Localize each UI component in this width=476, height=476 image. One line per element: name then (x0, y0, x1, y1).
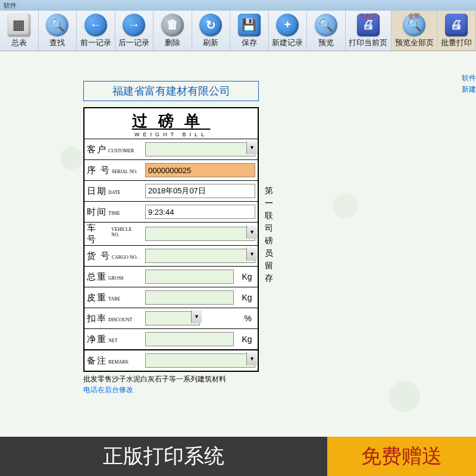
toolbar-total-table[interactable]: ▦ 总表 (0, 11, 39, 51)
bottom-banner: 正版打印系统 免费赠送 (0, 437, 476, 476)
chevron-down-icon[interactable]: ▼ (246, 352, 257, 365)
cargo-select[interactable] (145, 249, 255, 263)
customer-select[interactable] (145, 142, 255, 156)
banner-right: 免费赠送 (327, 437, 476, 476)
toolbar-refresh[interactable]: ↻ 刷新 (192, 11, 231, 51)
row-tare: 皮重TARE Kg (84, 287, 258, 308)
side-link-2[interactable]: 新建 (462, 84, 476, 95)
preview-icon: 🔍 (315, 14, 337, 36)
row-time: 时间TIME (84, 202, 258, 223)
chevron-down-icon[interactable]: ▼ (246, 226, 257, 239)
copy-label: 第一联 司磅员留存 (265, 184, 274, 284)
banner-left: 正版打印系统 (0, 437, 327, 476)
company-title: 福建省富有建材有限公司 (83, 81, 259, 101)
footer-notes: 批发零售沙子水泥白灰石子等一系列建筑材料 电话在后台修改 (83, 374, 259, 395)
trash-icon: 🗑 (161, 14, 184, 36)
chevron-down-icon[interactable]: ▼ (246, 248, 257, 261)
bill-container: 过磅单 WEIGHT BILL 客户CUSTOMER ▼ 序 号SERIAL N… (83, 107, 259, 372)
window-title-bar: 软件 (0, 0, 476, 11)
toolbar-delete[interactable]: 🗑 删除 (154, 11, 192, 51)
main-toolbar: ▦ 总表 🔍 查找 ← 前一记录 → 后一记录 🗑 删除 ↻ 刷新 💾 保存 +… (0, 11, 476, 51)
weigh-bill-form: 福建省富有建材有限公司 过磅单 WEIGHT BILL 客户CUSTOMER ▼… (83, 81, 259, 395)
row-vehicle: 车 号VEHICLE NO. ▼ (84, 223, 258, 246)
chevron-down-icon[interactable]: ▼ (191, 310, 202, 323)
toolbar-prev-record[interactable]: ← 前一记录 (77, 11, 115, 51)
row-serial: 序 号SERIAL NO. (84, 160, 258, 181)
row-discount: 扣率DISCOUNT ▼ % (84, 308, 258, 329)
toolbar-batch-print[interactable]: 🖨 批量打印 (437, 11, 476, 51)
footer-note-2: 电话在后台修改 (83, 384, 259, 395)
row-net: 净重NET Kg (84, 329, 258, 350)
toolbar-search[interactable]: 🔍 查找 (39, 11, 77, 51)
search-icon: 🔍 (46, 14, 68, 36)
arrow-left-icon: ← (84, 14, 107, 36)
side-link-1[interactable]: 软件 (462, 73, 476, 84)
row-customer: 客户CUSTOMER ▼ (84, 139, 258, 160)
toolbar-print-current[interactable]: 当前页 🖨 打印当前页 (346, 11, 392, 51)
arrow-right-icon: → (123, 14, 145, 36)
row-gross: 总重GROSS Kg (84, 267, 258, 287)
row-cargo: 货 号CARGO NO. ▼ (84, 246, 258, 267)
save-icon: 💾 (238, 14, 261, 36)
time-input[interactable] (145, 205, 255, 219)
toolbar-preview[interactable]: 🔍 预览 (307, 11, 346, 51)
serial-input[interactable] (145, 163, 255, 177)
gross-input[interactable] (145, 270, 234, 284)
row-date: 日期DATE (84, 181, 258, 202)
date-input[interactable] (145, 184, 255, 198)
footer-note-1: 批发零售沙子水泥白灰石子等一系列建筑材料 (83, 374, 259, 384)
batch-print-icon: 🖨 (445, 14, 468, 36)
refresh-icon: ↻ (199, 14, 222, 36)
vehicle-select[interactable] (145, 227, 255, 241)
table-icon: ▦ (8, 14, 30, 36)
toolbar-save[interactable]: 💾 保存 (230, 11, 269, 51)
plus-icon: + (276, 14, 299, 36)
remark-select[interactable] (145, 353, 255, 368)
side-links: 软件 新建 (462, 73, 476, 95)
toolbar-next-record[interactable]: → 后一记录 (115, 11, 154, 51)
toolbar-preview-all[interactable]: 全部 🔍 预览全部页 (392, 11, 437, 51)
row-remark: 备注REMARK ▼ (84, 350, 258, 371)
content-area: 软件 新建 福建省富有建材有限公司 过磅单 WEIGHT BILL 客户CUST… (0, 51, 476, 437)
chevron-down-icon[interactable]: ▼ (246, 141, 257, 154)
tare-input[interactable] (145, 290, 234, 305)
net-input[interactable] (145, 332, 234, 346)
bill-title: 过磅单 WEIGHT BILL (84, 108, 258, 139)
toolbar-new-record[interactable]: + 新建记录 (269, 11, 308, 51)
